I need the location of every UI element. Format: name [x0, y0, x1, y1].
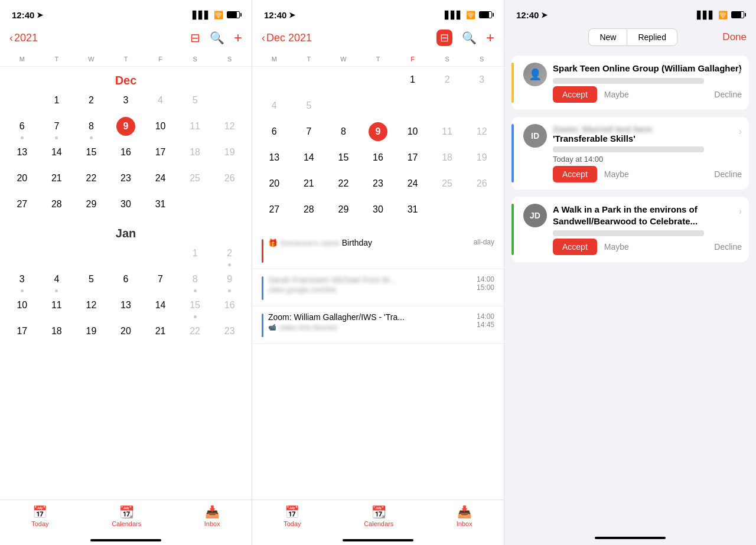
cal-cell-dec-24[interactable]: 24 — [143, 168, 178, 192]
tab-calendars-2[interactable]: 📆 Calendars — [364, 505, 393, 527]
cal-cell-jan-11[interactable]: 11 — [40, 295, 74, 319]
add-icon-1[interactable]: + — [234, 30, 242, 46]
cal-cell2-dec-17[interactable]: 17 — [395, 147, 430, 172]
cal-cell2-dec-11[interactable]: 11 — [430, 121, 465, 146]
cal-cell2-dec-4[interactable]: 4 — [257, 95, 292, 120]
cal-cell2-dec-18[interactable]: 18 — [430, 147, 465, 172]
cal-cell2-dec-12[interactable]: 12 — [464, 121, 499, 146]
cal-cell-dec-15[interactable]: 15 — [74, 142, 109, 167]
event-zoom[interactable]: Zoom: William Gallagher/IWS - 'Tra... 📹 … — [252, 306, 504, 344]
cal-cell-jan-12[interactable]: 12 — [74, 295, 109, 319]
cal-cell2-dec-14[interactable]: 14 — [292, 147, 327, 172]
cal-cell-jan-5[interactable]: 5 — [74, 269, 109, 293]
decline-button-zoom[interactable]: Decline — [714, 169, 742, 179]
cal-cell-dec-30[interactable]: 30 — [109, 194, 144, 218]
accept-button-walk[interactable]: Accept — [553, 239, 597, 255]
done-button[interactable]: Done — [722, 31, 747, 43]
cal-cell2-dec-28[interactable]: 28 — [292, 199, 327, 224]
cal-cell2-dec-2[interactable]: 2 — [430, 69, 465, 94]
cal-cell-dec-26[interactable]: 26 — [212, 168, 247, 192]
accept-button-spark[interactable]: Accept — [553, 86, 597, 103]
back-button-1[interactable]: ‹ 2021 — [9, 32, 38, 44]
cal-cell2-dec-7[interactable]: 7 — [292, 121, 327, 146]
cal-cell-dec-2[interactable]: 2 — [74, 90, 109, 115]
cal-cell-dec-6[interactable]: 6 — [5, 116, 40, 141]
tab-calendars-1[interactable]: 📆 Calendars — [112, 505, 141, 527]
cal-cell2-dec-8[interactable]: 8 — [326, 121, 361, 146]
cal-cell2-dec-24[interactable]: 24 — [395, 173, 430, 198]
cal-cell2-dec-5[interactable]: 5 — [292, 95, 327, 120]
cal-cell-dec-27[interactable]: 27 — [5, 194, 40, 218]
cal-cell-dec-29[interactable]: 29 — [74, 194, 109, 218]
tab-today-1[interactable]: 📅 Today — [31, 505, 48, 527]
cal-cell-jan-17[interactable]: 17 — [5, 321, 40, 345]
cal-cell-jan-18[interactable]: 18 — [40, 321, 74, 345]
cal-cell-dec-25[interactable]: 25 — [178, 168, 213, 192]
cal-cell2-dec-10[interactable]: 10 — [395, 121, 430, 146]
cal-cell2-dec-3[interactable]: 3 — [464, 69, 499, 94]
cal-cell-dec-4[interactable]: 4 — [143, 90, 178, 115]
tab-inbox-1[interactable]: 📥 Inbox — [204, 505, 220, 527]
cal-cell-jan-6[interactable]: 6 — [109, 269, 144, 293]
cal-cell-jan-21[interactable]: 21 — [143, 321, 178, 345]
cal-cell2-dec-21[interactable]: 21 — [292, 173, 327, 198]
cal-cell2-dec-9[interactable]: 9 — [361, 121, 396, 146]
cal-cell-dec-23[interactable]: 23 — [109, 168, 144, 192]
cal-cell-dec-14[interactable]: 14 — [40, 142, 74, 167]
event-2[interactable]: Sarah Fransoem Michael Font W... video.g… — [252, 269, 504, 306]
cal-cell-jan-22[interactable]: 22 — [178, 321, 213, 345]
cal-cell-jan-4[interactable]: 4 — [40, 269, 74, 293]
cal-cell-dec-10[interactable]: 10 — [143, 116, 178, 141]
cal-cell-dec-9[interactable]: 9 — [109, 116, 144, 141]
cal-cell-dec-16[interactable]: 16 — [109, 142, 144, 167]
cal-cell-jan-23[interactable]: 23 — [212, 321, 247, 345]
cal-cell-jan-10[interactable]: 10 — [5, 295, 40, 319]
grid-icon-2[interactable]: ⊟ — [436, 30, 452, 46]
search-icon-1[interactable]: 🔍 — [210, 31, 224, 45]
cal-cell2-dec-29[interactable]: 29 — [326, 199, 361, 224]
cal-cell2-dec-15[interactable]: 15 — [326, 147, 361, 172]
maybe-button-zoom[interactable]: Maybe — [604, 169, 629, 179]
cal-cell2-dec-25[interactable]: 25 — [430, 173, 465, 198]
back-button-2[interactable]: ‹ Dec 2021 — [262, 32, 312, 44]
cal-cell-dec-13[interactable]: 13 — [5, 142, 40, 167]
add-icon-2[interactable]: + — [486, 30, 494, 46]
cal-cell-dec-22[interactable]: 22 — [74, 168, 109, 192]
event-birthday[interactable]: 🎁 Someone's name Birthday all-day — [252, 232, 504, 269]
cal-cell-dec-1[interactable]: 1 — [40, 90, 74, 115]
cal-cell-jan-2[interactable]: 2 — [212, 243, 247, 267]
search-icon-2[interactable]: 🔍 — [462, 31, 477, 45]
cal-cell-jan-3[interactable]: 3 — [5, 269, 40, 293]
cal-cell-dec-21[interactable]: 21 — [40, 168, 74, 192]
cal-cell2-dec-26[interactable]: 26 — [464, 173, 499, 198]
cal-cell-dec-31[interactable]: 31 — [143, 194, 178, 218]
cal-cell-dec-7[interactable]: 7 — [40, 116, 74, 141]
cal-cell2-dec-19[interactable]: 19 — [464, 147, 499, 172]
cal-cell-dec-8[interactable]: 8 — [74, 116, 109, 141]
cal-cell-dec-17[interactable]: 17 — [143, 142, 178, 167]
filter-replied-button[interactable]: Replied — [627, 28, 677, 46]
cal-cell-jan-16[interactable]: 16 — [212, 295, 247, 319]
cal-cell2-dec-30[interactable]: 30 — [361, 199, 396, 224]
decline-button-spark[interactable]: Decline — [714, 90, 742, 99]
cal-cell-dec-28[interactable]: 28 — [40, 194, 74, 218]
cal-cell2-dec-16[interactable]: 16 — [361, 147, 396, 172]
filter-new-button[interactable]: New — [588, 28, 627, 46]
tab-today-2[interactable]: 📅 Today — [284, 505, 301, 527]
cal-cell-dec-3[interactable]: 3 — [109, 90, 144, 115]
cal-cell-jan-13[interactable]: 13 — [109, 295, 144, 319]
cal-cell-dec-11[interactable]: 11 — [178, 116, 213, 141]
tab-inbox-2[interactable]: 📥 Inbox — [457, 505, 472, 527]
cal-cell2-dec-22[interactable]: 22 — [326, 173, 361, 198]
cal-cell-dec-20[interactable]: 20 — [5, 168, 40, 192]
cal-cell2-dec-13[interactable]: 13 — [257, 147, 292, 172]
cal-cell2-dec-27[interactable]: 27 — [257, 199, 292, 224]
cal-cell-jan-7[interactable]: 7 — [143, 269, 178, 293]
cal-cell-jan-1[interactable]: 1 — [178, 243, 213, 267]
cal-cell2-dec-1[interactable]: 1 — [395, 69, 430, 94]
cal-cell2-dec-20[interactable]: 20 — [257, 173, 292, 198]
maybe-button-spark[interactable]: Maybe — [604, 90, 629, 99]
cal-cell-jan-15[interactable]: 15 — [178, 295, 213, 319]
cal-cell-dec-12[interactable]: 12 — [212, 116, 247, 141]
cal-cell2-dec-31[interactable]: 31 — [395, 199, 430, 224]
